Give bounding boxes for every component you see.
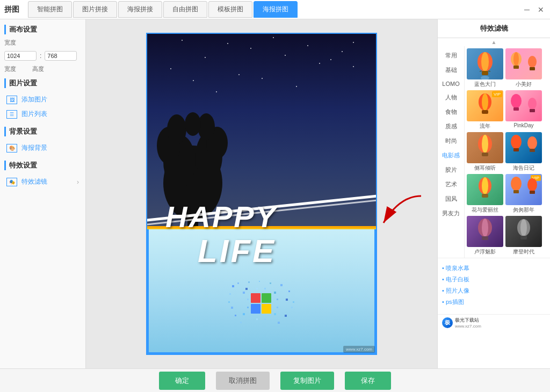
filter-cat-portrait[interactable]: 人物 [438,90,464,105]
filter-categories: 常用 基础 LOMO 人物 食物 质感 时尚 电影感 胶片 艺术 国风 男友力 [438,46,465,258]
filter-cat-lomo[interactable]: LOMO [438,77,464,90]
filter-item-flower[interactable]: 花与爱丽丝 [467,174,503,214]
colon-sep: : [40,52,41,60]
dimension-row: : [4,51,81,61]
filter-item-modern[interactable]: 摩登时代 [505,216,542,256]
image-list-label: 图片列表 [21,110,47,119]
filter-cat-basic[interactable]: 基础 [438,63,464,77]
svg-point-67 [527,136,537,149]
copy-button[interactable]: 复制图片 [280,372,334,390]
svg-rect-20 [240,322,242,323]
filter-cat-chinese[interactable]: 国风 [438,192,464,206]
svg-rect-32 [274,292,276,294]
minimize-button[interactable]: ─ [522,5,532,14]
svg-point-80 [520,219,527,236]
tab-list: 智能拼图 图片拼接 海报拼接 自由拼图 模板拼图 海报拼图 [28,1,522,18]
svg-point-72 [511,177,522,191]
left-panel: 画布设置 宽度 : 宽度 高度 图片设置 🖼 添加图片 ☰ 图片列表 背景设置 … [0,19,86,368]
svg-rect-13 [280,284,283,286]
filter-thumb-moment: VIP [505,174,542,205]
svg-rect-75 [530,191,535,194]
scroll-up[interactable]: ▲ [438,38,550,46]
filter-cat-cinematic[interactable]: 电影感 [438,148,464,163]
svg-rect-40 [264,288,266,289]
poster-bg-item[interactable]: 🎨 海报背景 [4,141,81,155]
svg-rect-31 [243,292,245,294]
tab-smart-collage[interactable]: 智能拼图 [28,1,72,18]
save-button[interactable]: 保存 [345,372,391,390]
filter-thumb-shadow [467,216,503,247]
filter-item-small-nice[interactable]: 小美好 [505,48,542,88]
tab-image-stitch[interactable]: 图片拼接 [73,1,117,18]
filter-item-ear[interactable]: 侧耳倾听 [467,132,503,172]
tab-poster-stitch[interactable]: 海报拼接 [118,1,162,18]
svg-rect-12 [229,293,231,295]
tab-template-collage[interactable]: 模板拼图 [208,1,252,18]
image-list-icon: ☰ [6,110,17,119]
filter-cat-texture[interactable]: 质感 [438,119,464,134]
svg-rect-36 [277,299,278,300]
image-list-item[interactable]: ☰ 图片列表 [4,107,81,121]
filter-name-sea: 海告日记 [505,164,542,172]
canvas-settings-title: 画布设置 [4,25,81,34]
svg-rect-24 [259,281,260,282]
svg-point-70 [482,177,488,194]
image-settings-title: 图片设置 [4,78,81,88]
filter-item-blue-gate[interactable]: 蓝色大门 [467,48,503,88]
canvas-wrapper[interactable]: HAPPY LIFE [146,33,377,355]
svg-rect-16 [291,307,293,308]
svg-rect-33 [243,313,245,315]
effect-settings-title: 特效设置 [4,161,81,170]
filter-cat-food[interactable]: 食物 [438,105,464,119]
svg-rect-11 [245,288,248,290]
svg-rect-37 [247,307,249,308]
right-panel: 特效滤镜 ▲ 常用 基础 LOMO 人物 食物 质感 时尚 电影感 胶片 艺术 … [437,19,550,368]
svg-point-59 [528,98,537,110]
filter-thumb-pinkday [505,90,542,121]
filter-cat-fashion[interactable]: 时尚 [438,134,464,148]
effect-item-whiteboard[interactable]: 电子白板 [442,274,546,285]
cancel-button[interactable]: 取消拼图 [216,372,270,390]
tab-free-collage[interactable]: 自由拼图 [163,1,207,18]
svg-point-58 [511,94,522,108]
main-layout: 画布设置 宽度 : 宽度 高度 图片设置 🖼 添加图片 ☰ 图片列表 背景设置 … [0,19,550,368]
svg-rect-57 [482,110,488,114]
confirm-button[interactable]: 确定 [159,372,205,390]
filter-item-shadow[interactable]: 卢浮魅影 [467,216,503,256]
effect-item-photo-portrait[interactable]: 照片人像 [442,285,546,296]
effect-filter-item[interactable]: 🎭 特效滤镜 › [4,175,81,189]
svg-rect-78 [482,236,488,240]
svg-point-53 [528,56,537,68]
filter-cat-film[interactable]: 胶片 [438,163,464,177]
effect-item-fountain[interactable]: 喷泉水幕 [442,263,546,274]
filter-list: 常用 基础 LOMO 人物 食物 质感 时尚 电影感 胶片 艺术 国风 男友力 [438,46,550,258]
filter-thumb-ear [467,132,503,163]
filter-item-pinkday[interactable]: PinkDay [505,90,542,130]
close-button[interactable]: ✕ [536,5,546,14]
svg-rect-23 [270,282,271,284]
filter-item-moment[interactable]: VIP 匆匆那年 [505,174,542,214]
svg-rect-41 [256,318,258,320]
width-input[interactable] [4,51,37,61]
svg-rect-66 [513,148,519,151]
svg-point-77 [482,219,488,237]
filter-name-ear: 侧耳倾听 [467,164,503,172]
width-label: 宽度 [4,39,16,47]
add-image-item[interactable]: 🖼 添加图片 [4,92,81,107]
filter-cat-common[interactable]: 常用 [438,48,464,63]
svg-rect-73 [513,190,519,193]
svg-rect-71 [482,194,488,198]
svg-rect-81 [520,236,527,239]
effect-item-ps[interactable]: ps插图 [442,296,546,308]
more-effects: 喷泉水幕 电子白板 照片人像 ps插图 [438,258,550,312]
svg-rect-14 [288,291,290,292]
filter-item-flowing-year[interactable]: VIP 流年 [467,90,503,130]
filter-item-sea[interactable]: 海告日记 [505,132,542,172]
filter-cat-art[interactable]: 艺术 [438,177,464,192]
svg-rect-22 [248,281,250,283]
svg-rect-29 [251,304,260,314]
filter-cat-boyfriend[interactable]: 男友力 [438,206,464,221]
tab-poster-collage[interactable]: 海报拼图 [254,1,298,18]
svg-rect-21 [278,322,280,324]
height-input[interactable] [45,51,77,61]
